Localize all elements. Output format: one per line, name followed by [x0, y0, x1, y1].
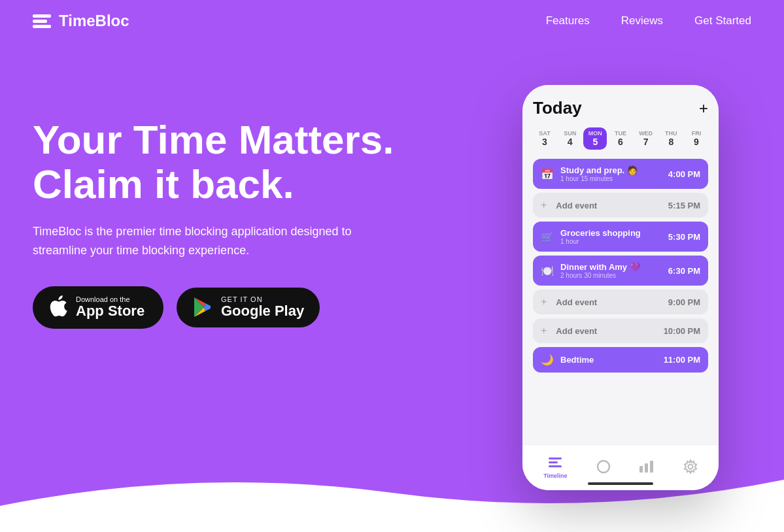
- phone-mockup: Today + SAT 3 SUN 4 MON 5 TUE: [522, 85, 719, 490]
- event-groceries-icon: 🛒: [541, 231, 554, 243]
- event-add-515[interactable]: + Add event 5:15 PM: [533, 193, 708, 218]
- tab-stats[interactable]: [639, 461, 654, 475]
- googleplay-text: GET IT ON Google Play: [221, 295, 304, 319]
- circle-icon: [596, 459, 611, 476]
- add-event-icon-1: +: [541, 199, 547, 211]
- nav-reviews[interactable]: Reviews: [621, 14, 663, 27]
- googleplay-large-text: Google Play: [221, 303, 304, 319]
- add-event-label-3: Add event: [556, 326, 597, 336]
- logo: TimeBloc: [33, 12, 129, 30]
- nav-features[interactable]: Features: [546, 14, 590, 27]
- tab-settings[interactable]: [683, 459, 698, 476]
- event-dinner-name: Dinner with Amy 💜: [560, 262, 640, 272]
- add-event-time-2: 9:00 PM: [668, 297, 700, 307]
- event-study-icon: 📅: [541, 168, 554, 180]
- logo-text: TimeBloc: [59, 12, 129, 30]
- screen-header: Today +: [533, 98, 708, 118]
- add-event-icon-3: +: [541, 325, 547, 337]
- day-selector: SAT 3 SUN 4 MON 5 TUE 6 WED 7: [533, 127, 708, 150]
- event-bedtime-name: Bedtime: [560, 355, 594, 365]
- screen-title: Today: [533, 98, 582, 118]
- day-wed[interactable]: WED 7: [634, 127, 658, 150]
- event-study-name: Study and prep. 🧑: [560, 165, 638, 175]
- apple-icon: [48, 294, 68, 321]
- svg-point-7: [688, 464, 692, 469]
- day-sun[interactable]: SUN 4: [558, 127, 582, 150]
- appstore-button[interactable]: Download on the App Store: [33, 286, 163, 329]
- svg-rect-0: [549, 457, 562, 459]
- gear-icon: [683, 459, 698, 476]
- hero-content: Your Time Matters. Claim it back. TimeBl…: [33, 118, 394, 329]
- event-groceries-duration: 1 hour: [560, 238, 641, 245]
- svg-rect-2: [549, 465, 562, 467]
- hero-subtext: TimeBloc is the premier time blocking ap…: [33, 222, 394, 260]
- day-thu[interactable]: THU 8: [659, 127, 683, 150]
- event-study-time: 4:00 PM: [668, 169, 700, 179]
- event-dinner-duration: 2 hours 30 minutes: [560, 272, 640, 279]
- day-tue[interactable]: TUE 6: [609, 127, 632, 150]
- download-buttons: Download on the App Store GET IT ON Goog…: [33, 286, 394, 329]
- home-indicator: [588, 482, 653, 485]
- day-mon[interactable]: MON 5: [583, 127, 607, 150]
- timeline-icon: [549, 456, 562, 471]
- appstore-text: Download on the App Store: [76, 295, 145, 319]
- play-store-icon: [192, 297, 213, 318]
- svg-rect-4: [639, 466, 643, 473]
- add-event-time-1: 5:15 PM: [668, 201, 700, 210]
- event-bedtime-icon: 🌙: [541, 354, 554, 366]
- headline-line2: Claim it back.: [33, 161, 294, 207]
- add-event-label-2: Add event: [556, 297, 597, 307]
- event-dinner-time: 6:30 PM: [668, 266, 700, 276]
- logo-icon: [33, 14, 51, 28]
- event-add-1000[interactable]: + Add event 10:00 PM: [533, 318, 708, 343]
- event-bedtime-time: 11:00 PM: [664, 355, 700, 365]
- phone-screen: Today + SAT 3 SUN 4 MON 5 TUE: [522, 85, 719, 444]
- event-study[interactable]: 📅 Study and prep. 🧑 1 hour 15 minutes 4:…: [533, 159, 708, 189]
- tab-circle[interactable]: [596, 459, 611, 476]
- event-groceries-name: Groceries shopping: [560, 228, 641, 238]
- appstore-large-text: App Store: [76, 303, 145, 319]
- tab-timeline[interactable]: Timeline: [543, 456, 567, 479]
- add-event-label-1: Add event: [556, 201, 597, 210]
- googleplay-button[interactable]: GET IT ON Google Play: [177, 288, 320, 327]
- tab-timeline-label: Timeline: [543, 473, 567, 479]
- event-add-900[interactable]: + Add event 9:00 PM: [533, 290, 708, 314]
- headline-line1: Your Time Matters.: [33, 117, 394, 162]
- event-groceries-time: 5:30 PM: [668, 232, 700, 242]
- main-nav: Features Reviews Get Started: [546, 14, 751, 27]
- add-event-plus-button[interactable]: +: [699, 99, 708, 118]
- svg-rect-1: [549, 461, 558, 463]
- header: TimeBloc Features Reviews Get Started: [0, 0, 784, 42]
- svg-rect-6: [650, 461, 653, 473]
- svg-point-3: [598, 461, 609, 473]
- stats-icon: [639, 461, 654, 475]
- hero-section: TimeBloc Features Reviews Get Started Yo…: [0, 0, 784, 532]
- add-event-time-3: 10:00 PM: [664, 326, 700, 336]
- day-sat[interactable]: SAT 3: [533, 127, 556, 150]
- add-event-icon-2: +: [541, 296, 547, 308]
- events-list: 📅 Study and prep. 🧑 1 hour 15 minutes 4:…: [533, 159, 708, 444]
- event-bedtime[interactable]: 🌙 Bedtime 11:00 PM: [533, 347, 708, 373]
- day-fri[interactable]: FRI 9: [685, 127, 708, 150]
- event-groceries[interactable]: 🛒 Groceries shopping 1 hour 5:30 PM: [533, 222, 708, 252]
- event-dinner-icon: 🍽️: [541, 265, 554, 277]
- event-dinner[interactable]: 🍽️ Dinner with Amy 💜 2 hours 30 minutes …: [533, 256, 708, 286]
- svg-rect-5: [645, 463, 648, 473]
- nav-get-started[interactable]: Get Started: [694, 14, 751, 27]
- hero-headline: Your Time Matters. Claim it back.: [33, 118, 394, 207]
- event-study-duration: 1 hour 15 minutes: [560, 175, 638, 182]
